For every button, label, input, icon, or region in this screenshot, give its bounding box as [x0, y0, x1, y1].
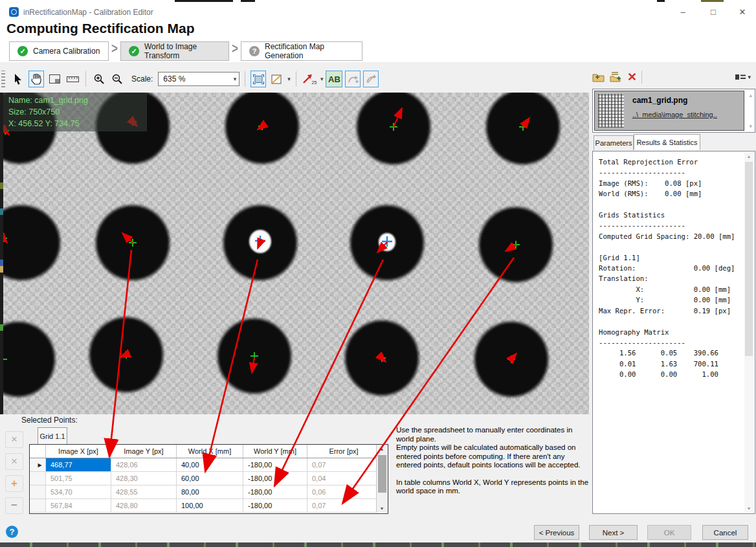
delete-image-icon[interactable]: ✕	[627, 71, 637, 83]
zoom-out-icon[interactable]	[109, 71, 125, 87]
statistics-text: Total Reprojection Error ---------------…	[593, 151, 755, 380]
table-cell[interactable]: 0,06	[307, 486, 381, 499]
minimize-button[interactable]: –	[673, 5, 693, 20]
list-item[interactable]: cam1_grid.png ..\_media\image_stitching.…	[594, 91, 744, 131]
table-cell[interactable]: 468,77	[46, 458, 111, 472]
chevron-down-icon: ▾	[234, 76, 237, 82]
image-list: cam1_grid.png ..\_media\image_stitching.…	[592, 89, 755, 133]
table-cell[interactable]: 567,84	[46, 499, 111, 513]
table-cell[interactable]: -180,00	[243, 499, 307, 513]
select-cursor-icon[interactable]	[10, 71, 26, 87]
file-path-link[interactable]: ..\_media\image_stitching..	[632, 111, 717, 118]
add-point-button[interactable]: +	[5, 475, 23, 492]
scroll-up-icon[interactable]: ▴	[749, 92, 752, 98]
table-cell[interactable]: 501,75	[46, 472, 111, 486]
stats-scrollbar[interactable]: ▴ ▾	[744, 153, 753, 512]
add-curve-icon[interactable]	[345, 71, 361, 87]
dialog-body: Scale: 635 % ▾ ▾ 25 ▾ AB	[0, 62, 756, 542]
page-title: Computing Rectification Map	[6, 21, 195, 36]
tab-parameters[interactable]: Parameters	[594, 135, 634, 150]
question-icon: ?	[249, 46, 260, 56]
scroll-up-icon[interactable]: ▴	[377, 446, 387, 452]
toolbar-grip[interactable]	[1, 71, 5, 87]
help-paragraph: Empty points will be calculated automati…	[396, 443, 589, 470]
step-world-to-image[interactable]: ✓ World to Image Transform	[120, 41, 229, 61]
maximize-button[interactable]: □	[704, 5, 723, 20]
points-table: Image X [px]Image Y [px]World X [mm]Worl…	[29, 444, 388, 514]
labels-ab-icon[interactable]: AB	[326, 71, 342, 87]
image-name: Name: cam1_grid.png	[8, 95, 147, 106]
add-image-list-icon[interactable]	[610, 72, 623, 82]
close-button[interactable]: ✕	[733, 5, 752, 20]
row-marker[interactable]	[30, 472, 46, 486]
table-row: ▶468,77428,0640,00-180,000,07	[30, 458, 381, 472]
scale-value: 635 %	[163, 74, 185, 84]
next-button[interactable]: Next >	[589, 525, 638, 540]
no-overlay-icon[interactable]	[269, 71, 284, 87]
add-image-folder-icon[interactable]	[592, 72, 605, 82]
fit-window-icon[interactable]	[47, 71, 62, 87]
delete-all-points-button[interactable]: ×	[5, 453, 23, 470]
scroll-down-icon[interactable]: ▾	[377, 506, 387, 511]
table-cell[interactable]: 0,07	[307, 499, 381, 513]
table-cell[interactable]: -180,00	[243, 486, 307, 499]
row-marker[interactable]	[30, 486, 46, 499]
pan-hand-icon[interactable]	[28, 71, 44, 87]
chevron-right-icon: >	[232, 41, 238, 58]
table-cell[interactable]: 534,70	[46, 486, 111, 499]
step-camera-calibration[interactable]: ✓ Camera Calibration	[9, 41, 109, 61]
scroll-down-icon[interactable]: ▾	[744, 506, 753, 511]
table-cell[interactable]: 428,80	[111, 499, 177, 513]
table-cell[interactable]: 428,55	[111, 486, 177, 499]
table-cell[interactable]: 80,00	[177, 486, 243, 499]
column-header[interactable]: Image Y [px]	[111, 445, 177, 458]
help-paragraph: Use the spreadsheet to manually enter co…	[396, 426, 589, 443]
chevron-down-icon[interactable]: ▾	[320, 76, 324, 82]
scroll-down-icon[interactable]: ▾	[749, 123, 752, 129]
column-header[interactable]: Image X [px]	[46, 445, 111, 458]
results-statistics-panel: Total Reprojection Error ---------------…	[592, 151, 755, 514]
table-cell[interactable]: -180,00	[243, 472, 307, 486]
calibration-grid-image	[3, 93, 589, 414]
table-cell[interactable]: 60,00	[177, 472, 243, 486]
row-marker[interactable]	[30, 499, 46, 513]
table-cell[interactable]: -180,00	[243, 458, 307, 472]
column-header[interactable]: World X [mm]	[177, 445, 243, 458]
canvas-toolbar: Scale: 635 % ▾ ▾ 25 ▾ AB	[0, 68, 590, 90]
row-marker[interactable]: ▶	[30, 458, 46, 472]
chevron-right-icon: >	[111, 41, 118, 58]
help-icon[interactable]: ?	[6, 526, 18, 538]
table-cell[interactable]: 428,30	[111, 472, 177, 486]
image-list-toolbar: ✕ ▾	[592, 68, 756, 86]
error-vectors-icon[interactable]: 25	[302, 71, 317, 87]
delete-point-button[interactable]: ×	[5, 431, 23, 448]
chevron-down-icon[interactable]: ▾	[287, 76, 291, 82]
scale-label: Scale:	[131, 74, 153, 84]
image-info-overlay: Name: cam1_grid.png Size: 750x750 X: 456…	[3, 93, 147, 131]
tab-grid-1-1[interactable]: Grid 1.1	[38, 427, 67, 445]
step-label: World to Image Transform	[144, 42, 221, 60]
table-cell[interactable]: 40,00	[177, 458, 243, 472]
ok-button[interactable]: OK	[647, 525, 691, 540]
fit-image-icon[interactable]	[250, 71, 266, 87]
table-cell[interactable]: 0,04	[307, 472, 381, 486]
step-rectification-map[interactable]: ? Rectification Map Generation	[241, 41, 362, 61]
remove-curve-icon[interactable]	[363, 71, 379, 87]
measure-ruler-icon[interactable]	[65, 71, 80, 87]
column-header[interactable]: Error [px]	[307, 445, 381, 458]
table-cell[interactable]: 100,00	[177, 499, 243, 513]
tab-results-statistics[interactable]: Results & Statistics	[634, 134, 700, 150]
table-cell[interactable]: 428,06	[111, 458, 177, 472]
chevron-down-icon: ▾	[748, 74, 751, 80]
column-header[interactable]: World Y [mm]	[243, 445, 307, 458]
zoom-in-icon[interactable]	[91, 71, 107, 87]
image-canvas[interactable]: Name: cam1_grid.png Size: 750x750 X: 456…	[3, 93, 589, 414]
table-cell[interactable]: 0,07	[307, 458, 381, 472]
previous-button[interactable]: < Previous	[534, 525, 579, 540]
table-scrollbar[interactable]: ▴ ▾	[376, 445, 388, 513]
cancel-button[interactable]: Cancel	[702, 525, 748, 540]
remove-point-button[interactable]: −	[5, 497, 23, 514]
view-mode-icon[interactable]: ▾	[735, 74, 751, 80]
scale-combobox[interactable]: 635 % ▾	[158, 72, 239, 86]
scroll-up-icon[interactable]: ▴	[744, 153, 753, 159]
